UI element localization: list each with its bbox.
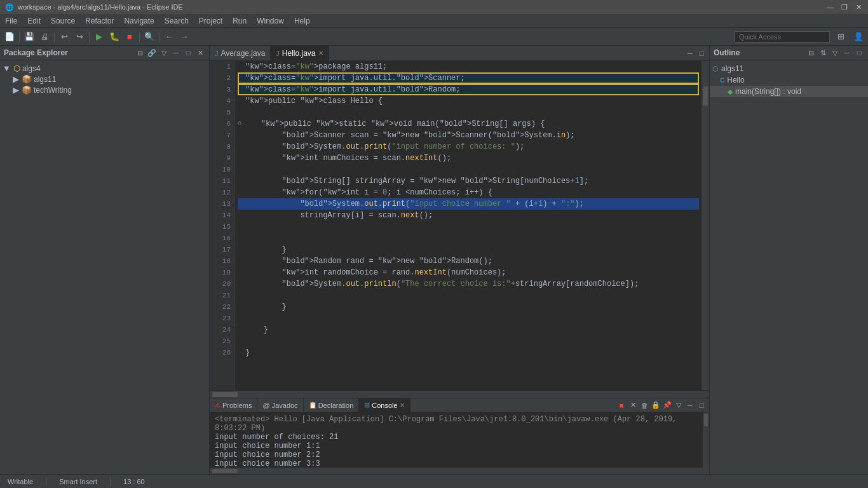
maximize-button[interactable]: ❐ bbox=[840, 3, 849, 11]
editor-hscroll-thumb[interactable] bbox=[212, 392, 238, 397]
back-button[interactable]: ← bbox=[162, 30, 176, 44]
code-line-2[interactable]: "kw">class="kw">import java.util."bold">… bbox=[238, 72, 699, 84]
menu-item-navigate[interactable]: Navigate bbox=[119, 15, 159, 27]
code-editor[interactable]: 1234567891011121314151617181920212223242… bbox=[210, 61, 709, 390]
link-editor-button[interactable]: 🔗 bbox=[147, 48, 157, 58]
code-line-21[interactable] bbox=[238, 290, 699, 301]
code-line-8[interactable]: "bold">System.out.print("input number of… bbox=[238, 141, 699, 152]
console-hscroll-thumb[interactable] bbox=[212, 469, 238, 473]
close-console-button[interactable]: ✕ bbox=[628, 400, 638, 410]
code-line-24[interactable]: } bbox=[238, 324, 699, 336]
debug-button[interactable]: 🐛 bbox=[107, 30, 121, 44]
menu-item-window[interactable]: Window bbox=[252, 15, 289, 27]
run-button[interactable]: ▶ bbox=[92, 30, 106, 44]
menu-item-source[interactable]: Source bbox=[46, 15, 80, 27]
view-menu-button[interactable]: ▽ bbox=[159, 48, 169, 58]
menu-item-project[interactable]: Project bbox=[194, 15, 227, 27]
redo-button[interactable]: ↪ bbox=[72, 30, 86, 44]
code-line-16[interactable] bbox=[238, 233, 699, 244]
menu-item-search[interactable]: Search bbox=[159, 15, 194, 27]
menu-item-file[interactable]: File bbox=[0, 15, 22, 27]
code-line-6[interactable]: ⊖ "kw">public "kw">static "kw">void main… bbox=[238, 118, 699, 130]
outline-collapse-button[interactable]: ⊟ bbox=[806, 48, 816, 58]
code-line-13[interactable]: "bold">System.out.print("input choice nu… bbox=[238, 198, 699, 210]
code-line-18[interactable]: "bold">Random rand = "kw">new "bold">Ran… bbox=[238, 255, 699, 267]
code-line-7[interactable]: "bold">Scanner scan = "kw">new "bold">Sc… bbox=[238, 130, 699, 141]
code-line-20[interactable]: "bold">System.out.println("The correct c… bbox=[238, 278, 699, 290]
code-line-1[interactable]: "kw">class="kw">package algs11; bbox=[238, 61, 699, 72]
outline-sort-button[interactable]: ⇅ bbox=[818, 48, 828, 58]
code-content[interactable]: "kw">class="kw">package algs11;"kw">clas… bbox=[235, 61, 702, 390]
bottom-maximize-button[interactable]: □ bbox=[696, 400, 707, 410]
code-line-4[interactable]: "kw">public "kw">class Hello { bbox=[238, 95, 699, 107]
code-line-9[interactable]: "kw">int numChoices = scan.nextInt(); bbox=[238, 152, 699, 164]
editor-minimize-button[interactable]: ─ bbox=[685, 48, 695, 58]
print-button[interactable]: 🖨 bbox=[37, 30, 51, 44]
console-hscroll[interactable] bbox=[210, 468, 709, 474]
scroll-lock-button[interactable]: 🔒 bbox=[651, 400, 661, 410]
tab-average[interactable]: J Average.java bbox=[210, 46, 271, 60]
code-line-14[interactable]: stringArray[i] = scan.next(); bbox=[238, 210, 699, 221]
outline-item-package[interactable]: ⬡ algs11 bbox=[710, 63, 868, 74]
pin-console-button[interactable]: 📌 bbox=[662, 400, 672, 410]
code-line-15[interactable] bbox=[238, 221, 699, 233]
tab-declaration[interactable]: 📋 Declaration bbox=[304, 398, 360, 412]
code-line-17[interactable]: } bbox=[238, 244, 699, 255]
fold-icon-line-6[interactable]: ⊖ bbox=[238, 118, 241, 130]
perspectives-button[interactable]: ⊞ bbox=[834, 30, 848, 44]
code-line-5[interactable] bbox=[238, 107, 699, 118]
outline-item-method[interactable]: ◆ main(String[]) : void bbox=[710, 86, 868, 97]
code-line-26[interactable]: } bbox=[238, 347, 699, 358]
tab-javadoc[interactable]: @ Javadoc bbox=[257, 398, 303, 412]
tree-item-techwriting[interactable]: ▶ 📦 techWriting bbox=[0, 85, 209, 95]
code-line-12[interactable]: "kw">for("kw">int i = 0; i <numChoices; … bbox=[238, 187, 699, 198]
code-line-3[interactable]: "kw">class="kw">import java.util."bold">… bbox=[238, 84, 699, 95]
code-line-10[interactable] bbox=[238, 164, 699, 175]
console-close-icon[interactable]: ✕ bbox=[400, 402, 405, 409]
editor-hscroll[interactable] bbox=[210, 390, 709, 398]
outline-item-class[interactable]: C Hello bbox=[710, 74, 868, 86]
tree-item-algs11[interactable]: ▶ 📦 algs11 bbox=[0, 74, 209, 85]
stop-button[interactable]: ■ bbox=[123, 30, 137, 44]
menu-item-edit[interactable]: Edit bbox=[22, 15, 46, 27]
maximize-panel-button[interactable]: □ bbox=[183, 48, 193, 58]
editor-maximize-button[interactable]: □ bbox=[696, 48, 707, 58]
tab-close-hello[interactable]: ✕ bbox=[318, 50, 323, 57]
editor-scrollbar-thumb[interactable] bbox=[703, 86, 708, 105]
collapse-all-button[interactable]: ⊟ bbox=[135, 48, 145, 58]
tree-item-algs4[interactable]: ▼ ⬡ algs4 bbox=[0, 63, 209, 74]
close-button[interactable]: ✕ bbox=[854, 3, 863, 11]
code-line-11[interactable]: "bold">String[] stringArray = "kw">new "… bbox=[238, 175, 699, 187]
user-button[interactable]: 👤 bbox=[851, 30, 865, 44]
bottom-panel: ⚠ Problems @ Javadoc 📋 Declaration ⊞ Con… bbox=[210, 398, 709, 474]
menu-item-run[interactable]: Run bbox=[227, 15, 252, 27]
code-line-19[interactable]: "kw">int randomChoice = rand.nextInt(num… bbox=[238, 267, 699, 278]
tab-problems[interactable]: ⚠ Problems bbox=[210, 398, 257, 412]
bottom-minimize-button[interactable]: ─ bbox=[685, 400, 695, 410]
minimize-panel-button[interactable]: ─ bbox=[171, 48, 181, 58]
minimize-button[interactable]: — bbox=[826, 3, 835, 11]
close-panel-button[interactable]: ✕ bbox=[195, 48, 205, 58]
editor-scrollbar[interactable] bbox=[702, 61, 709, 390]
clear-console-button[interactable]: 🗑 bbox=[639, 400, 649, 410]
menu-item-help[interactable]: Help bbox=[289, 15, 315, 27]
console-scrollbar-thumb[interactable] bbox=[704, 414, 708, 426]
stop-console-button[interactable]: ■ bbox=[616, 400, 627, 410]
forward-button[interactable]: → bbox=[177, 30, 191, 44]
code-line-23[interactable] bbox=[238, 313, 699, 324]
outline-maximize-button[interactable]: □ bbox=[854, 48, 864, 58]
console-view-menu[interactable]: ▽ bbox=[674, 400, 684, 410]
outline-minimize-button[interactable]: ─ bbox=[842, 48, 852, 58]
save-button[interactable]: 💾 bbox=[22, 30, 36, 44]
console-scrollbar[interactable] bbox=[703, 412, 709, 468]
search-button[interactable]: 🔍 bbox=[142, 30, 156, 44]
code-line-22[interactable]: } bbox=[238, 301, 699, 313]
tab-hello[interactable]: J Hello.java ✕ bbox=[271, 46, 329, 60]
tab-console[interactable]: ⊞ Console ✕ bbox=[359, 398, 410, 412]
undo-button[interactable]: ↩ bbox=[57, 30, 71, 44]
menu-item-refactor[interactable]: Refactor bbox=[80, 15, 119, 27]
outline-view-menu[interactable]: ▽ bbox=[830, 48, 840, 58]
quick-access-input[interactable] bbox=[735, 31, 830, 43]
code-line-25[interactable] bbox=[238, 336, 699, 347]
new-button[interactable]: 📄 bbox=[3, 30, 17, 44]
